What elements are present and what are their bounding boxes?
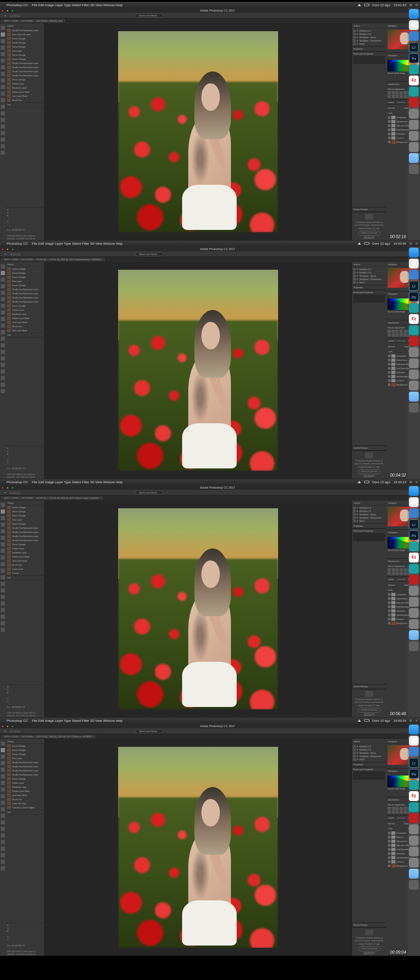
path-tool-icon[interactable] <box>1 370 5 374</box>
visibility-icon[interactable] <box>388 861 390 863</box>
channels-tab[interactable]: Channels <box>397 340 405 342</box>
layers-tab[interactable]: Layers <box>388 817 394 819</box>
action-item[interactable]: HELP <box>353 42 385 46</box>
hand-tool-icon[interactable] <box>1 860 5 864</box>
adj-levels-icon[interactable] <box>392 568 395 571</box>
adj-photo-filter-icon[interactable] <box>388 572 391 575</box>
histogram-header[interactable]: Histogram <box>388 54 397 57</box>
photoshop-icon[interactable]: Ps <box>409 292 419 302</box>
visibility-icon[interactable] <box>388 597 390 600</box>
history-brush-tool-icon[interactable] <box>1 801 5 805</box>
minimize-icon[interactable]: ● <box>7 9 8 12</box>
visibility-icon[interactable] <box>388 836 390 838</box>
history-item[interactable]: history collage <box>6 267 44 271</box>
history-item[interactable]: Brush Tool <box>6 324 44 328</box>
lightroom-icon[interactable]: Lr <box>409 281 419 291</box>
adj-mixer-icon[interactable] <box>392 810 395 814</box>
dodge-tool-icon[interactable] <box>1 350 5 354</box>
history-item[interactable]: Modify Hue/Saturation Layer <box>6 69 44 73</box>
record-app-icon[interactable] <box>409 575 419 585</box>
action-item[interactable]: Workflow 2.0 <box>353 268 385 271</box>
history-brush-tool-icon[interactable] <box>1 85 5 89</box>
get-app-link[interactable]: Get the app <box>354 713 385 716</box>
filezilla-icon[interactable]: Fz <box>409 553 419 562</box>
adj-brightness-icon[interactable] <box>388 807 391 810</box>
visibility-icon[interactable] <box>388 844 390 847</box>
pen-tool-icon[interactable] <box>1 595 5 599</box>
visibility-icon[interactable] <box>388 120 390 123</box>
visibility-icon[interactable] <box>388 601 390 604</box>
history-item[interactable]: Name Change <box>6 57 44 61</box>
history-item[interactable]: Name Change <box>6 271 44 275</box>
eraser-tool-icon[interactable] <box>1 569 5 573</box>
gray4-app-icon[interactable] <box>409 142 419 152</box>
gray2-app-icon[interactable] <box>409 358 419 368</box>
brush-tool-icon[interactable] <box>1 787 5 792</box>
adj-curves-icon[interactable] <box>395 568 399 571</box>
select-and-mask-button[interactable]: Select and Mask... <box>135 252 163 256</box>
history-item[interactable]: New Color Fill Layer <box>6 32 44 37</box>
canvas-area[interactable] <box>45 262 352 479</box>
selection-mode-icon[interactable]: ◻ ◻ ◻ ◻ <box>10 730 20 732</box>
hand-tool-icon[interactable] <box>1 144 5 148</box>
visibility-icon[interactable] <box>388 840 390 842</box>
teal2-app-icon[interactable] <box>409 87 419 96</box>
histogram-header[interactable]: Histogram <box>388 770 397 772</box>
canvas-area[interactable] <box>45 23 352 240</box>
gray4-app-icon[interactable] <box>409 858 419 868</box>
actions-header[interactable]: Actions <box>354 25 360 27</box>
adj-poster-icon[interactable] <box>404 95 407 98</box>
visibility-icon[interactable] <box>388 379 390 382</box>
history-item[interactable]: Delete Layer <box>6 82 44 86</box>
adj-mixer-icon[interactable] <box>392 95 395 98</box>
history-item[interactable]: Name Change <box>6 505 44 510</box>
wifi-icon[interactable] <box>358 719 361 722</box>
history-header[interactable]: History <box>7 25 14 27</box>
finder-icon[interactable] <box>409 725 419 734</box>
eraser-tool-icon[interactable] <box>1 807 5 811</box>
navigator-header[interactable]: Navigator <box>388 25 397 27</box>
adj-photo-filter-icon[interactable] <box>388 810 391 814</box>
path-tool-icon[interactable] <box>1 608 5 612</box>
lightroom-icon[interactable]: Lr <box>409 758 419 768</box>
heal-tool-icon[interactable] <box>1 542 5 546</box>
history-item[interactable]: New Layer <box>6 49 44 53</box>
dodge-tool-icon[interactable] <box>1 827 5 831</box>
wand-tool-icon[interactable] <box>1 523 5 527</box>
close-icon[interactable]: ● <box>2 725 3 728</box>
history-item[interactable]: Name Change <box>6 744 44 748</box>
action-item[interactable]: HELP <box>353 758 385 761</box>
blend-mode-select[interactable]: Normal <box>388 107 395 109</box>
visibility-icon[interactable] <box>388 622 390 624</box>
blur-tool-icon[interactable] <box>1 105 5 109</box>
spotlight-icon[interactable]: ⊙ <box>409 719 412 723</box>
adj-exposure-icon[interactable] <box>399 568 403 571</box>
layers-tab[interactable]: Layers <box>388 101 394 103</box>
history-item[interactable]: New Layer <box>6 518 44 522</box>
history-item[interactable]: New Layer <box>6 756 44 760</box>
lasso-tool-icon[interactable] <box>1 39 5 43</box>
navigator-header[interactable]: Navigator <box>388 502 397 504</box>
lasso-tool-icon[interactable] <box>1 278 5 282</box>
visibility-icon[interactable] <box>388 832 390 834</box>
adj-poster-icon[interactable] <box>404 572 407 575</box>
history-item[interactable]: Modify Hue/Saturation Layer <box>6 296 44 300</box>
adj-vibrance-icon[interactable] <box>404 91 407 94</box>
action-item[interactable]: Templates - Setup <box>353 36 385 39</box>
battery-icon[interactable] <box>364 4 369 6</box>
minimize-icon[interactable]: ● <box>7 248 8 250</box>
adj-poster-icon[interactable] <box>404 810 407 814</box>
history-item[interactable]: Brush Tool <box>6 797 44 801</box>
spotlight-icon[interactable]: ⊙ <box>409 242 412 246</box>
document-tab[interactable]: 3957 × 5148 — 20170528 — 04.52.26 — 04.5… <box>1 496 104 500</box>
blur-tool-icon[interactable] <box>1 582 5 586</box>
adj-levels-icon[interactable] <box>392 807 395 810</box>
adj-invert-icon[interactable] <box>399 810 403 814</box>
zoom-tool-icon[interactable] <box>1 389 5 393</box>
history-item[interactable]: Name Change <box>6 514 44 518</box>
adj-mixer-icon[interactable] <box>392 572 395 575</box>
tool-preset-icon[interactable]: ▭ <box>4 491 7 494</box>
blend-mode-select[interactable]: Normal <box>388 822 395 825</box>
history-item[interactable]: Rasterize Layer <box>6 551 44 555</box>
gray3-app-icon[interactable] <box>409 847 419 856</box>
